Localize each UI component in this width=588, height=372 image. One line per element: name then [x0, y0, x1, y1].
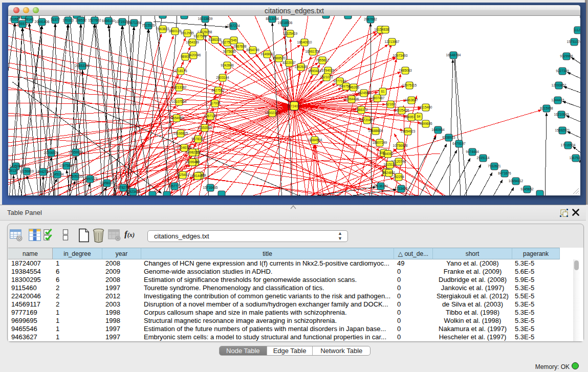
svg-text:10688609: 10688609 [368, 129, 383, 133]
svg-text:17957273: 17957273 [83, 177, 98, 181]
svg-text:8813054: 8813054 [266, 17, 279, 20]
svg-text:1621072: 1621072 [320, 75, 333, 79]
svg-text:9245652: 9245652 [520, 187, 534, 191]
svg-text:15716485: 15716485 [203, 186, 218, 189]
svg-text:9777169: 9777169 [333, 79, 346, 83]
svg-text:2087682: 2087682 [364, 17, 377, 21]
svg-text:7386372: 7386372 [355, 108, 368, 112]
svg-text:1145194: 1145194 [51, 172, 64, 176]
svg-text:19942737: 19942737 [36, 170, 51, 173]
svg-text:8215958: 8215958 [540, 106, 553, 110]
svg-text:15751074: 15751074 [567, 40, 580, 43]
svg-text:8322037: 8322037 [282, 61, 296, 64]
svg-text:117006: 117006 [209, 101, 221, 105]
svg-text:108532: 108532 [75, 18, 86, 22]
svg-text:3267130: 3267130 [204, 114, 217, 118]
svg-text:203557: 203557 [9, 17, 20, 21]
svg-text:18724007: 18724007 [287, 104, 302, 108]
svg-text:9115460: 9115460 [420, 105, 432, 109]
svg-text:11125: 11125 [573, 28, 580, 32]
svg-text:16648784: 16648784 [446, 53, 461, 57]
svg-text:11156819: 11156819 [19, 169, 34, 173]
svg-text:12923448: 12923448 [126, 190, 141, 193]
svg-text:15720407: 15720407 [360, 118, 375, 122]
svg-text:8471676: 8471676 [498, 171, 511, 175]
svg-text:12213382: 12213382 [172, 85, 187, 89]
svg-text:6466160: 6466160 [102, 19, 115, 23]
svg-text:19218506: 19218506 [278, 21, 293, 25]
svg-text:1167534: 1167534 [570, 156, 580, 160]
svg-text:1588520: 1588520 [272, 56, 286, 60]
svg-text:1615132: 1615132 [383, 163, 397, 166]
svg-text:546: 546 [231, 38, 237, 42]
svg-text:2867608: 2867608 [233, 45, 247, 48]
svg-text:8938923: 8938923 [442, 136, 455, 139]
svg-text:10671355: 10671355 [127, 21, 142, 25]
svg-text:1527602: 1527602 [88, 18, 101, 22]
svg-text:20853346: 20853346 [75, 64, 90, 68]
svg-text:9699695: 9699695 [419, 122, 432, 125]
svg-text:19166825: 19166825 [173, 132, 188, 135]
svg-text:15302173: 15302173 [265, 111, 280, 115]
svg-text:11325419: 11325419 [283, 32, 298, 35]
svg-text:9474444: 9474444 [466, 150, 479, 154]
svg-text:7932621: 7932621 [488, 164, 501, 168]
svg-text:7515526: 7515526 [142, 24, 155, 27]
svg-text:252254: 252254 [393, 175, 404, 179]
svg-text:18807249: 18807249 [373, 141, 387, 144]
svg-text:2718176: 2718176 [174, 69, 187, 73]
svg-text:61: 61 [381, 90, 385, 93]
svg-text:9524851: 9524851 [382, 171, 396, 174]
svg-text:10025438: 10025438 [395, 108, 409, 112]
svg-text:170313: 170313 [62, 18, 74, 22]
svg-text:9146821: 9146821 [260, 52, 274, 56]
svg-text:3675685: 3675685 [223, 50, 236, 53]
svg-text:1244415: 1244415 [551, 98, 564, 102]
svg-text:99141: 99141 [25, 17, 34, 21]
svg-text:9327503: 9327503 [193, 34, 207, 38]
svg-text:16210643: 16210643 [554, 113, 569, 116]
svg-text:8186328: 8186328 [208, 38, 222, 41]
svg-text:8990443: 8990443 [308, 69, 321, 73]
svg-text:9329966: 9329966 [560, 54, 573, 58]
svg-text:5678332: 5678332 [191, 137, 205, 141]
svg-text:15136141: 15136141 [374, 184, 388, 188]
svg-text:1733426: 1733426 [395, 187, 408, 190]
svg-text:18640910: 18640910 [297, 40, 312, 44]
svg-text:12093852: 12093852 [552, 83, 567, 87]
svg-text:20691406: 20691406 [35, 20, 50, 24]
svg-text:4838: 4838 [382, 28, 389, 31]
svg-text:10107553: 10107553 [172, 100, 187, 103]
svg-text:9857771: 9857771 [168, 184, 181, 188]
svg-text:98901: 98901 [181, 55, 190, 58]
svg-text:19654985: 19654985 [169, 116, 184, 120]
svg-text:2803144: 2803144 [216, 76, 229, 79]
svg-text:11353594: 11353594 [198, 126, 212, 129]
svg-text:9463627: 9463627 [405, 98, 418, 102]
svg-text:2935114: 2935114 [477, 156, 490, 160]
svg-text:15692971: 15692971 [555, 128, 570, 132]
svg-text:1362635: 1362635 [294, 65, 308, 69]
svg-text:16033809: 16033809 [198, 17, 213, 20]
svg-text:76377: 76377 [51, 18, 60, 21]
svg-text:6479197: 6479197 [452, 142, 466, 145]
svg-text:8427552: 8427552 [211, 89, 225, 92]
svg-text:7485063: 7485063 [399, 69, 412, 72]
svg-text:10973493: 10973493 [393, 54, 408, 57]
svg-text:64: 64 [417, 115, 421, 118]
svg-text:12975115: 12975115 [402, 83, 417, 87]
svg-text:19654923: 19654923 [401, 129, 416, 133]
svg-text:16914479: 16914479 [190, 174, 205, 178]
svg-text:7625402: 7625402 [176, 173, 189, 177]
svg-text:16961758: 16961758 [306, 50, 320, 53]
svg-text:20206576: 20206576 [44, 151, 59, 155]
svg-text:184067: 184067 [382, 152, 394, 156]
svg-text:10756928: 10756928 [393, 144, 408, 147]
svg-text:8454749: 8454749 [246, 48, 259, 52]
svg-text:14099489: 14099489 [185, 160, 200, 164]
svg-text:7663822: 7663822 [156, 27, 169, 31]
svg-text:12213967: 12213967 [385, 40, 400, 43]
svg-text:17016504: 17016504 [561, 143, 576, 147]
svg-text:17359924: 17359924 [69, 150, 83, 154]
svg-text:9242848: 9242848 [221, 63, 234, 67]
